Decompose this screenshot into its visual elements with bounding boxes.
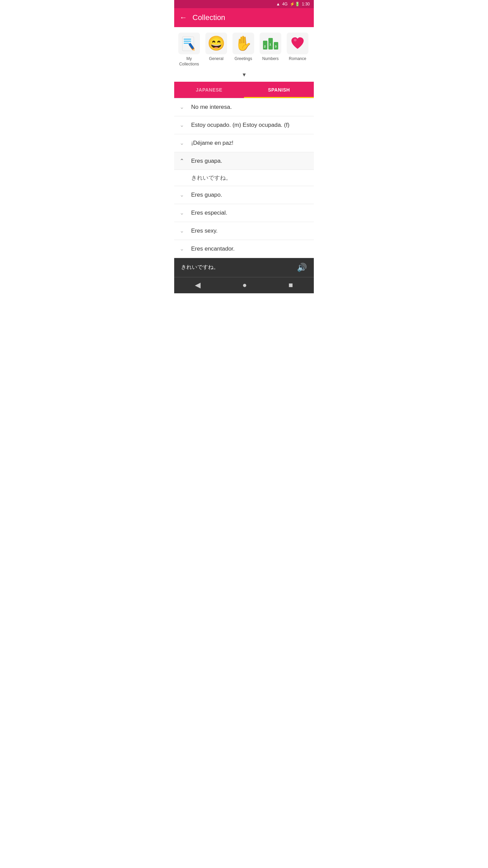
category-label-romance: Romance — [289, 56, 306, 62]
svg-rect-2 — [184, 39, 191, 40]
phrase-list: ⌄ No me interesa. ⌄ Estoy ocupado. (m) E… — [174, 98, 314, 258]
svg-text:3: 3 — [275, 45, 277, 48]
chevron-down-icon[interactable]: ⌄ — [180, 140, 186, 146]
phrase-text: Eres guapa. — [191, 157, 222, 165]
numbers-icon-wrapper: 2 1 3 — [260, 33, 281, 54]
phrase-text: ¡Déjame en paz! — [191, 139, 233, 147]
nav-home-button[interactable]: ● — [240, 278, 249, 292]
chevron-down-icon[interactable]: ⌄ — [180, 192, 186, 198]
numbers-icon: 2 1 3 — [262, 35, 279, 52]
phrase-row[interactable]: ⌄ Eres guapo. — [174, 186, 314, 204]
phrase-text: Estoy ocupado. (m) Estoy ocupada. (f) — [191, 121, 289, 129]
chevron-down-icon[interactable]: ⌄ — [180, 122, 186, 128]
svg-text:1: 1 — [269, 43, 271, 46]
category-label-my-collections: My Collections — [178, 56, 201, 67]
nav-bar: ◀ ● ■ — [174, 277, 314, 293]
my-collections-icon-wrapper — [178, 33, 200, 54]
signal-label: 4G — [282, 2, 288, 6]
romance-icon-wrapper — [287, 33, 308, 54]
tab-bar: JAPANESE SPANISH — [174, 82, 314, 98]
category-item-emergency[interactable]: Emergency — [312, 33, 314, 67]
category-item-romance[interactable]: Romance — [285, 33, 310, 67]
chevron-down-icon[interactable]: ⌄ — [180, 245, 186, 252]
back-button[interactable]: ← — [180, 14, 187, 21]
greetings-icon-wrapper: ✋ — [232, 33, 254, 54]
category-scroller: My Collections 😄 General ✋ Greetings 2 1… — [174, 27, 314, 70]
expand-arrow[interactable]: ▾ — [174, 70, 314, 82]
chevron-up-icon[interactable]: ⌃ — [180, 158, 186, 164]
phrase-text: Eres sexy. — [191, 227, 218, 235]
category-item-my-collections[interactable]: My Collections — [177, 33, 201, 67]
phrase-row-expanded[interactable]: ⌃ Eres guapa. — [174, 152, 314, 170]
speaker-button[interactable]: 🔊 — [297, 263, 307, 272]
general-icon-wrapper: 😄 — [205, 33, 227, 54]
translation-row: きれいですね。 — [174, 170, 314, 186]
phrase-row[interactable]: ⌄ Eres sexy. — [174, 222, 314, 240]
phrase-text: Eres especial. — [191, 209, 227, 217]
greetings-icon: ✋ — [235, 35, 252, 52]
signal-icon: ▲ — [276, 2, 280, 6]
tab-indicator — [244, 97, 314, 98]
category-item-general[interactable]: 😄 General — [204, 33, 228, 67]
my-collections-icon — [180, 35, 198, 52]
phrase-text: No me interesa. — [191, 103, 232, 111]
general-icon: 😄 — [207, 35, 225, 52]
category-label-greetings: Greetings — [235, 56, 252, 62]
category-item-numbers[interactable]: 2 1 3 Numbers — [258, 33, 283, 67]
category-item-greetings[interactable]: ✋ Greetings — [231, 33, 256, 67]
phrase-text: Eres encantador. — [191, 245, 235, 253]
player-text: きれいですね。 — [181, 264, 219, 271]
header: ← Collection — [174, 8, 314, 27]
phrase-row[interactable]: ⌄ ¡Déjame en paz! — [174, 134, 314, 152]
phrase-row[interactable]: ⌄ No me interesa. — [174, 98, 314, 116]
phrase-row[interactable]: ⌄ Eres encantador. — [174, 240, 314, 258]
svg-rect-4 — [184, 43, 189, 44]
svg-point-17 — [294, 39, 297, 41]
chevron-down-icon[interactable]: ⌄ — [180, 228, 186, 234]
phrase-row[interactable]: ⌄ Estoy ocupado. (m) Estoy ocupada. (f) — [174, 116, 314, 134]
bottom-player: きれいですね。 🔊 — [174, 258, 314, 277]
category-label-general: General — [209, 56, 224, 62]
time-label: 1:30 — [302, 2, 310, 6]
nav-recents-button[interactable]: ■ — [286, 278, 296, 292]
translation-text: きれいですね。 — [191, 175, 231, 181]
header-title: Collection — [192, 13, 225, 22]
category-label-numbers: Numbers — [262, 56, 279, 62]
svg-marker-8 — [195, 51, 196, 52]
nav-back-button[interactable]: ◀ — [192, 278, 203, 292]
phrase-text: Eres guapo. — [191, 191, 222, 199]
tab-japanese[interactable]: JAPANESE — [174, 82, 244, 98]
chevron-down-icon[interactable]: ⌄ — [180, 104, 186, 110]
romance-icon — [289, 35, 306, 52]
chevron-down-icon[interactable]: ⌄ — [180, 210, 186, 216]
phrase-row[interactable]: ⌄ Eres especial. — [174, 204, 314, 222]
battery-icon: ⚡🔋 — [290, 2, 300, 6]
svg-rect-3 — [184, 41, 191, 42]
svg-text:2: 2 — [264, 45, 266, 48]
status-bar: ▲ 4G ⚡🔋 1:30 — [174, 0, 314, 8]
tab-spanish[interactable]: SPANISH — [244, 82, 314, 98]
